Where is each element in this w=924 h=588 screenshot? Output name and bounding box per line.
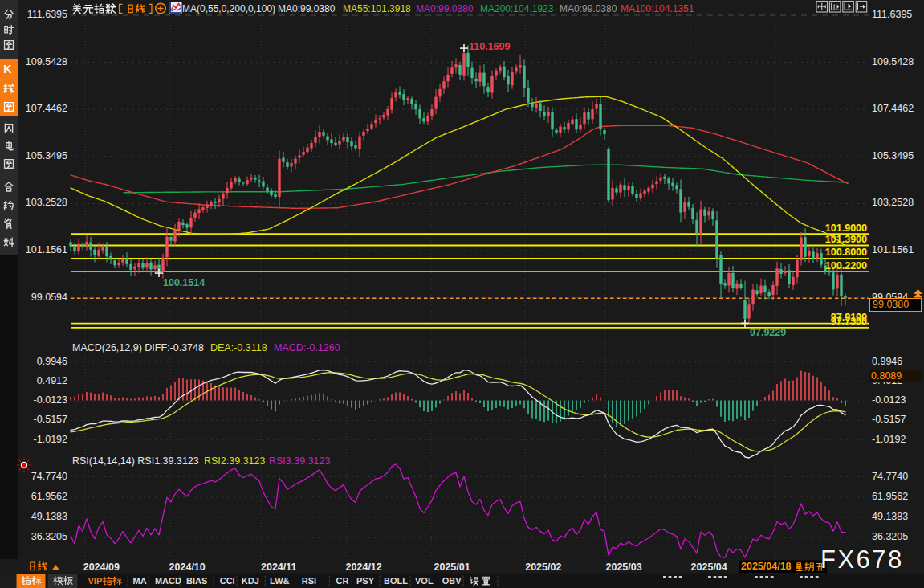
svg-text:K: K [3, 63, 12, 76]
